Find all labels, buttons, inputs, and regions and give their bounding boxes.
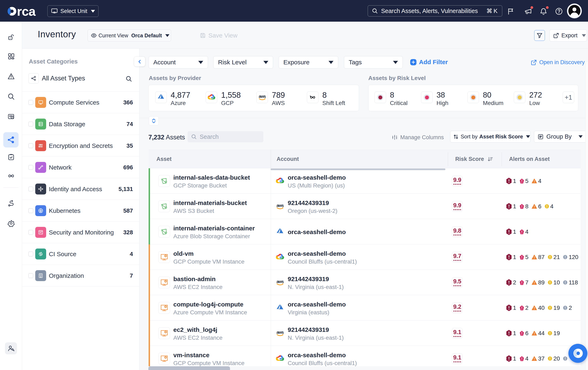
svg-text:rca: rca (17, 6, 36, 17)
